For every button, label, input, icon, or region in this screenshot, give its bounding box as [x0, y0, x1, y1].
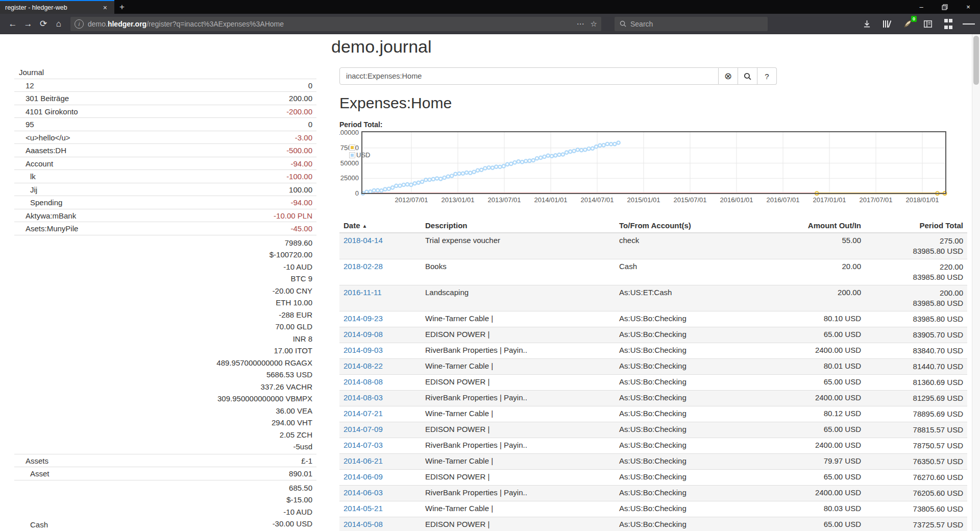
window-minimize-button[interactable]: –: [910, 0, 933, 14]
transaction-date-link[interactable]: 2014-08-22: [344, 361, 383, 370]
downloads-icon[interactable]: [861, 18, 873, 30]
page-scrollbar[interactable]: [972, 34, 980, 531]
transaction-date-link[interactable]: 2014-08-08: [344, 377, 383, 386]
transaction-period-total: 78750.57 USD: [865, 438, 967, 454]
transaction-row[interactable]: 2014-09-03RiverBank Properties | Payin..…: [339, 343, 967, 359]
column-header-description[interactable]: Description: [421, 219, 615, 233]
tab-close-icon[interactable]: ×: [101, 4, 109, 12]
transaction-row[interactable]: 2016-11-11LandscapingAs:US:ET:Cash200.00…: [339, 285, 967, 311]
reader-view-icon[interactable]: [922, 18, 934, 30]
svg-text:2016/01/01: 2016/01/01: [720, 196, 753, 204]
transaction-row[interactable]: 2014-08-08EDISON POWER |As:US:Bo:Checkin…: [339, 375, 967, 391]
balance-amount: 0: [308, 119, 312, 130]
account-link[interactable]: <u>hello</u>: [18, 133, 295, 143]
clear-query-button[interactable]: ⊗: [719, 67, 738, 85]
library-icon[interactable]: [881, 18, 893, 30]
transaction-date-link[interactable]: 2014-07-09: [344, 425, 383, 433]
transaction-row[interactable]: 2014-07-03RiverBank Properties | Payin..…: [339, 438, 967, 454]
transaction-row[interactable]: 2014-05-21Wine-Tarner Cable |As:US:Bo:Ch…: [339, 501, 967, 517]
transaction-row[interactable]: 2014-06-21Wine-Tarner Cable |As:US:Bo:Ch…: [339, 454, 967, 470]
account-link[interactable]: Assets: [18, 456, 301, 466]
balance-amount: 7989.60: [216, 237, 312, 249]
sidebar-account-row: Assets£-1: [14, 454, 316, 468]
forward-button[interactable]: →: [20, 17, 36, 31]
column-header-to-from-account-s-[interactable]: To/From Account(s): [615, 219, 745, 233]
transaction-row[interactable]: 2014-05-08EDISON POWER |As:US:Bo:Checkin…: [339, 517, 967, 531]
transaction-date-link[interactable]: 2014-08-03: [344, 393, 383, 402]
transaction-row[interactable]: 2014-07-09EDISON POWER |As:US:Bo:Checkin…: [339, 422, 967, 438]
transaction-period-total: 78815.57 USD: [865, 422, 967, 438]
window-close-button[interactable]: ×: [957, 0, 980, 14]
search-button[interactable]: [738, 67, 757, 85]
query-input[interactable]: [339, 67, 719, 85]
sidebar-account-row: 301 Beiträge200.00: [14, 92, 316, 105]
account-link[interactable]: 12: [18, 81, 308, 91]
column-header-amount-out-in[interactable]: Amount Out/In: [745, 219, 865, 233]
url-bar[interactable]: i demo.hledger.org/register?q=inacct%3AE…: [70, 17, 601, 31]
period-total-line: 275.00: [869, 236, 963, 246]
account-link[interactable]: lk: [18, 172, 286, 182]
transaction-date-link[interactable]: 2018-04-14: [344, 236, 383, 245]
account-link[interactable]: Asets:MunyPile: [18, 224, 290, 234]
transaction-date-link[interactable]: 2016-11-11: [344, 288, 382, 297]
column-header-date[interactable]: Date▲: [339, 219, 421, 233]
new-tab-button[interactable]: +: [114, 0, 130, 14]
extension-icon[interactable]: 0: [901, 18, 914, 30]
bookmark-star-icon[interactable]: ☆: [591, 19, 597, 29]
transaction-row[interactable]: 2014-09-08EDISON POWER |As:US:Bo:Checkin…: [339, 327, 967, 343]
window-restore-button[interactable]: [933, 0, 957, 14]
transaction-row[interactable]: 2014-07-21Wine-Tarner Cable |As:US:Bo:Ch…: [339, 406, 967, 422]
transaction-date-link[interactable]: 2014-07-21: [344, 409, 383, 418]
account-link[interactable]: Journal: [18, 67, 312, 78]
transaction-date-link[interactable]: 2014-07-03: [344, 441, 383, 449]
account-link[interactable]: Asset: [18, 469, 289, 479]
sidebar-account-row: 7989.60$-100720.00-10 AUDBTC 9-20.00 CNY…: [14, 235, 316, 454]
browser-search-box[interactable]: Search: [615, 17, 768, 31]
hamburger-menu-icon[interactable]: [963, 18, 975, 30]
home-button[interactable]: ⌂: [51, 17, 66, 31]
account-link[interactable]: Aktywa:mBank: [18, 211, 274, 221]
transaction-description: EDISON POWER |: [421, 375, 615, 391]
svg-text:2014/01/01: 2014/01/01: [534, 196, 567, 204]
help-button[interactable]: ?: [757, 67, 777, 85]
account-link[interactable]: 4101 Girokonto: [18, 107, 286, 117]
balance-amount: 36.00 VEA: [216, 405, 312, 417]
transaction-row[interactable]: 2014-06-03RiverBank Properties | Payin..…: [339, 486, 967, 501]
transaction-date-link[interactable]: 2014-09-03: [344, 346, 383, 354]
transaction-row[interactable]: 2014-09-23Wine-Tarner Cable |As:US:Bo:Ch…: [339, 311, 967, 327]
scrollbar-thumb[interactable]: [973, 36, 979, 85]
browser-tab[interactable]: register - hledger-web ×: [0, 0, 114, 14]
transaction-row[interactable]: 2014-08-03RiverBank Properties | Payin..…: [339, 391, 967, 406]
transaction-row[interactable]: 2018-04-14Trial expense vouchercheck55.0…: [339, 233, 967, 259]
transaction-period-total: 200.0083985.80 USD: [865, 285, 967, 311]
account-link[interactable]: Jij: [18, 185, 289, 195]
transaction-date-link[interactable]: 2014-09-08: [344, 330, 383, 339]
transaction-date-link[interactable]: 2014-05-08: [344, 520, 383, 528]
back-button[interactable]: ←: [5, 17, 20, 31]
account-link[interactable]: 301 Beiträge: [18, 93, 289, 104]
transaction-date-link[interactable]: 2014-05-21: [344, 504, 383, 513]
reload-button[interactable]: ⟳: [36, 17, 51, 31]
transaction-row[interactable]: 2014-06-09EDISON POWER |As:US:Bo:Checkin…: [339, 470, 967, 486]
account-link[interactable]: Account: [18, 159, 290, 169]
account-link[interactable]: Cash: [18, 482, 273, 530]
page-actions-icon[interactable]: ⋯: [577, 19, 584, 29]
account-link[interactable]: Aaasets:DH: [18, 146, 286, 156]
account-link[interactable]: Spending: [18, 198, 290, 208]
main-content: demo.journal ⊗ ? Expenses:Home Period To…: [339, 34, 968, 531]
transaction-date-link[interactable]: 2018-02-28: [344, 262, 383, 271]
transaction-amount: 55.00: [745, 233, 865, 259]
transaction-date-link[interactable]: 2014-09-23: [344, 314, 383, 323]
account-link[interactable]: 95: [18, 119, 308, 130]
transaction-date-link[interactable]: 2014-06-21: [344, 456, 383, 465]
site-info-icon[interactable]: i: [75, 19, 84, 29]
transaction-period-total: 76205.60 USD: [865, 486, 967, 501]
sidebar-account-row: <u>hello</u>-3.00: [14, 131, 316, 144]
apps-grid-icon[interactable]: [942, 18, 954, 30]
transaction-row[interactable]: 2018-02-28BooksCash20.00220.0083985.80 U…: [339, 259, 967, 285]
transaction-row[interactable]: 2014-08-22Wine-Tarner Cable |As:US:Bo:Ch…: [339, 359, 967, 375]
url-path: /register?q=inacct%3AExpenses%3AHome: [146, 20, 284, 28]
transaction-date-link[interactable]: 2014-06-09: [344, 472, 383, 481]
column-header-period-total[interactable]: Period Total: [865, 219, 967, 233]
transaction-date-link[interactable]: 2014-06-03: [344, 488, 383, 497]
